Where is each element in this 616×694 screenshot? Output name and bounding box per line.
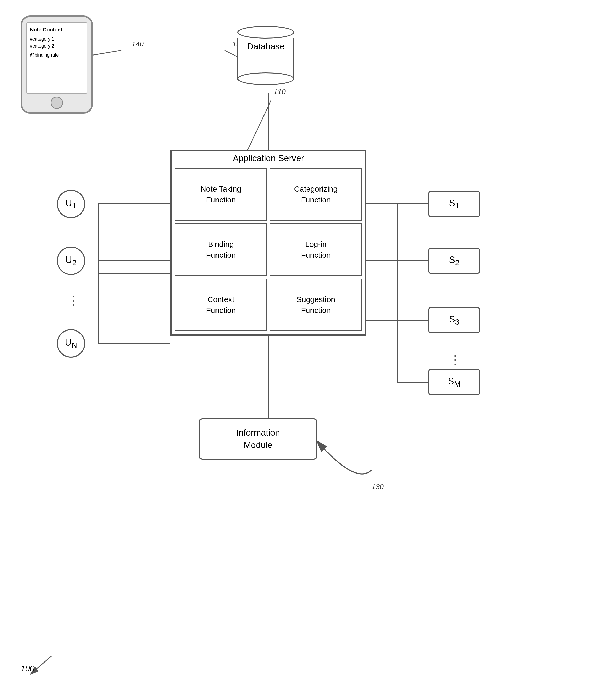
s2-label: S2 [449, 255, 460, 267]
db-bottom-ellipse [238, 72, 294, 85]
mobile-home-button [51, 96, 63, 109]
s-dots: ⋮ [449, 354, 462, 366]
user-u2-circle: U2 [57, 246, 85, 275]
note-category1: #category 1 [30, 36, 83, 42]
fn-categorizing: CategorizingFunction [270, 168, 362, 221]
fn-context: ContextFunction [175, 278, 267, 331]
s1-label: S1 [449, 198, 460, 210]
user-u1-label: U1 [66, 198, 77, 210]
ref-110-label: 110 [274, 88, 286, 96]
user-un-circle: UN [57, 329, 85, 358]
functions-grid: Note TakingFunction CategorizingFunction… [175, 168, 362, 331]
app-server-title: Application Server [172, 150, 365, 165]
fn-login: Log-inFunction [270, 223, 362, 276]
s3-box: S3 [428, 307, 480, 333]
s3-label: S3 [449, 314, 460, 326]
user-dots: ⋮ [67, 294, 79, 307]
sm-label: SM [448, 376, 460, 388]
note-binding: @binding rule [30, 52, 83, 59]
ref-140-label: 140 [132, 40, 144, 48]
note-category2: #category 2 [30, 42, 83, 50]
s2-box: S2 [428, 248, 480, 274]
info-module-box: InformationModule [199, 418, 317, 460]
user-u1-circle: U1 [57, 190, 85, 218]
user-u2-label: U2 [66, 255, 77, 267]
database: Database [238, 26, 294, 80]
db-top-ellipse [238, 26, 294, 39]
fn-suggestion: SuggestionFunction [270, 278, 362, 331]
database-label: Database [238, 41, 294, 51]
svg-line-4 [248, 101, 271, 150]
mobile-device: Note Content #category 1 #category 2 @bi… [21, 16, 93, 114]
sm-box: SM [428, 369, 480, 395]
note-blank1 [30, 34, 83, 36]
fn-binding: BindingFunction [175, 223, 267, 276]
s1-box: S1 [428, 191, 480, 217]
note-blank2 [30, 50, 83, 52]
app-server-box: Application Server Note TakingFunction C… [170, 150, 367, 336]
info-module-label: InformationModule [236, 426, 280, 451]
note-content-line: Note Content [30, 26, 83, 34]
ref-130-label: 130 [372, 483, 384, 491]
figure-label: 100 [21, 664, 34, 673]
fn-note-taking: Note TakingFunction [175, 168, 267, 221]
user-un-label: UN [65, 337, 77, 350]
diagram: Note Content #category 1 #category 2 @bi… [0, 0, 616, 694]
mobile-screen: Note Content #category 1 #category 2 @bi… [26, 22, 87, 94]
